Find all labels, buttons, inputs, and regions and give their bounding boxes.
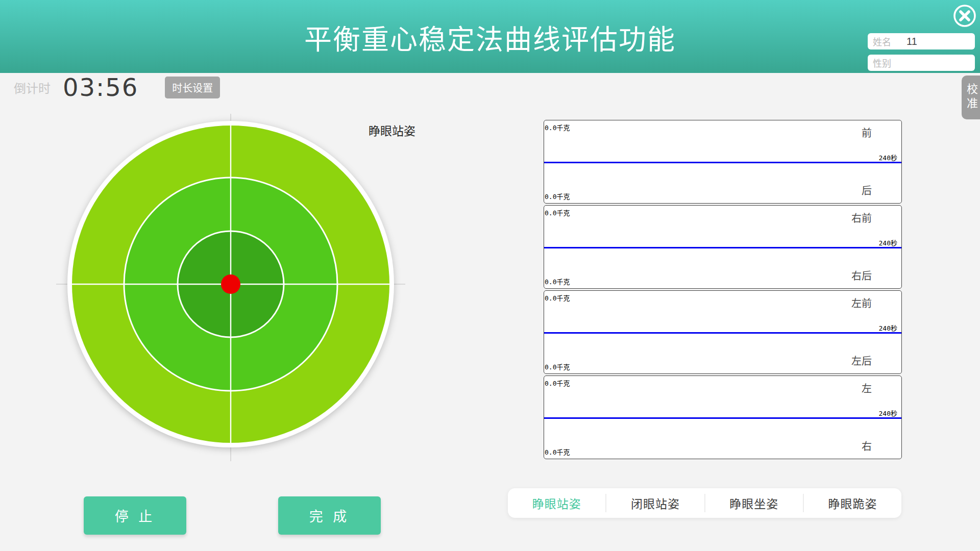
time-axis-line xyxy=(544,247,901,248)
direction-label-bottom: 右后 xyxy=(851,268,872,283)
direction-label-top: 右前 xyxy=(851,210,872,225)
patient-id-fields: 姓名 11 性别 xyxy=(868,33,975,76)
direction-label-bottom: 后 xyxy=(862,183,872,197)
curve-panel-rightfront-rightback: 0.0千克 右前 240秒 右后 0.0千克 xyxy=(544,205,902,289)
header-bar: 平衡重心稳定法曲线评估功能 姓名 11 性别 xyxy=(0,0,980,73)
stop-button[interactable]: 停 止 xyxy=(84,496,186,535)
time-axis-line xyxy=(544,417,901,419)
direction-label-top: 左前 xyxy=(851,295,872,310)
kg-value-bottom: 0.0千克 xyxy=(545,277,570,286)
gender-field[interactable]: 性别 xyxy=(868,55,975,71)
countdown-row: 倒计时 03:56 时长设置 xyxy=(14,74,220,101)
time-axis-label: 240秒 xyxy=(879,323,897,333)
posture-tab-bar: 睁眼站姿 闭眼站姿 睁眼坐姿 睁眼跪姿 xyxy=(508,488,901,518)
kg-value-top: 0.0千克 xyxy=(545,378,570,388)
time-axis-line xyxy=(544,162,901,163)
curve-panel-left-right: 0.0千克 左 240秒 右 0.0千克 xyxy=(544,375,902,459)
name-field[interactable]: 姓名 11 xyxy=(868,33,975,49)
kg-value-top: 0.0千克 xyxy=(545,293,570,303)
balance-assessment-app: 平衡重心稳定法曲线评估功能 姓名 11 性别 校准 倒计时 xyxy=(0,0,980,551)
direction-label-bottom: 左后 xyxy=(851,353,872,368)
gender-field-label: 性别 xyxy=(873,56,891,69)
close-icon xyxy=(952,22,977,30)
countdown-value: 03:56 xyxy=(63,73,138,102)
countdown-label: 倒计时 xyxy=(14,79,51,96)
weight-curve-panels: 0.0千克 前 240秒 后 0.0千克 0.0千克 右前 240秒 右后 0.… xyxy=(544,120,902,461)
balance-target xyxy=(52,106,409,463)
done-button[interactable]: 完 成 xyxy=(278,496,381,535)
calibrate-button[interactable]: 校准 xyxy=(962,76,980,119)
name-field-value: 11 xyxy=(906,36,917,47)
curve-panel-leftfront-leftback: 0.0千克 左前 240秒 左后 0.0千克 xyxy=(544,290,902,374)
tab-eyes-open-standing[interactable]: 睁眼站姿 xyxy=(508,488,605,518)
close-button[interactable] xyxy=(952,4,977,28)
curve-panel-front-back: 0.0千克 前 240秒 后 0.0千克 xyxy=(544,120,902,204)
direction-label-bottom: 右 xyxy=(862,438,872,453)
kg-value-bottom: 0.0千克 xyxy=(545,362,570,371)
time-axis-label: 240秒 xyxy=(879,408,897,418)
time-axis-line xyxy=(544,332,901,334)
direction-label-top: 前 xyxy=(862,125,872,140)
kg-value-top: 0.0千克 xyxy=(545,208,570,217)
time-axis-label: 240秒 xyxy=(879,238,897,247)
kg-value-top: 0.0千克 xyxy=(545,122,570,132)
duration-setting-button[interactable]: 时长设置 xyxy=(165,77,220,98)
tab-eyes-closed-standing[interactable]: 闭眼站姿 xyxy=(606,488,704,518)
tab-eyes-open-sitting[interactable]: 睁眼坐姿 xyxy=(705,488,803,518)
center-of-pressure-dot xyxy=(221,274,240,294)
kg-value-bottom: 0.0千克 xyxy=(545,447,570,457)
page-title: 平衡重心稳定法曲线评估功能 xyxy=(0,17,980,58)
name-field-label: 姓名 xyxy=(873,35,891,48)
tab-eyes-open-kneeling[interactable]: 睁眼跪姿 xyxy=(804,488,901,518)
kg-value-bottom: 0.0千克 xyxy=(545,191,570,201)
direction-label-top: 左 xyxy=(862,381,872,395)
time-axis-label: 240秒 xyxy=(879,153,897,162)
